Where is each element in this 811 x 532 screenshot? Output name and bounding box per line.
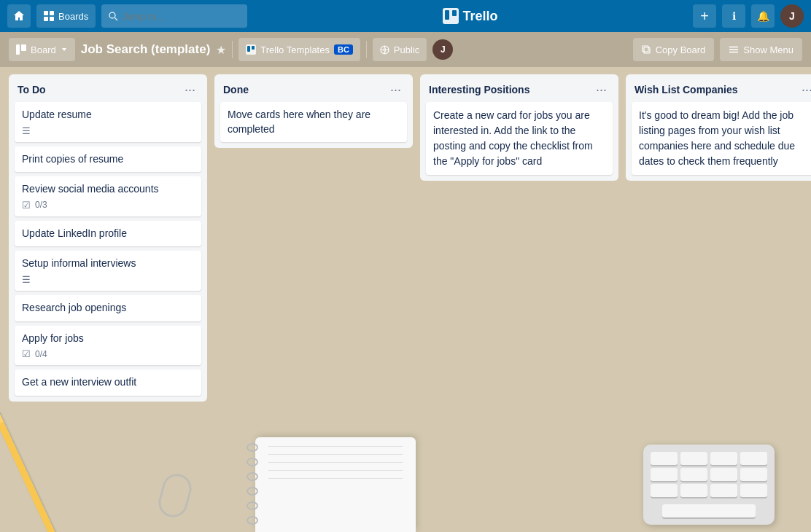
card-title: Apply for jobs (22, 332, 194, 346)
divider2 (366, 41, 367, 58)
lists-container: To Do ··· Update resume ☰ Print copies o… (0, 67, 811, 409)
board-icon (16, 44, 26, 55)
search-icon (109, 12, 118, 21)
search-box (101, 4, 247, 28)
divider (232, 41, 233, 58)
svg-rect-7 (445, 10, 449, 20)
svg-rect-9 (16, 44, 20, 55)
show-menu-label: Show Menu (743, 44, 793, 55)
avatar[interactable]: J (780, 4, 804, 28)
desc-icon: ☰ (22, 274, 31, 285)
trello-small-icon (246, 44, 256, 55)
add-button[interactable]: + (693, 4, 716, 28)
svg-rect-12 (247, 46, 250, 52)
search-input[interactable] (123, 11, 225, 22)
card-wishlist-placeholder[interactable]: It's good to dream big! Add the job list… (632, 102, 811, 175)
trello-icon (443, 8, 459, 24)
visibility-button[interactable]: Public (373, 38, 427, 61)
card-linkedin[interactable]: Update LinkedIn profile (15, 221, 201, 247)
list-title-wishlist: Wish List Companies (635, 84, 737, 95)
card-title: It's good to dream big! Add the job list… (639, 109, 795, 167)
card-apply-jobs[interactable]: Apply for jobs ☑ 0/4 (15, 326, 201, 366)
checklist-icon: ☑ (22, 348, 31, 359)
svg-rect-13 (252, 46, 255, 50)
list-title-interesting: Interesting Positions (429, 84, 529, 95)
card-title: Print copies of resume (22, 153, 123, 165)
card-title: Move cards here when they are completed (228, 109, 370, 135)
svg-rect-2 (44, 17, 48, 21)
star-icon[interactable]: ★ (216, 43, 226, 57)
list-header-todo: To Do ··· (15, 80, 201, 98)
list-todo: To Do ··· Update resume ☰ Print copies o… (9, 74, 207, 402)
member-avatar[interactable]: J (432, 39, 453, 60)
copy-board-button[interactable]: Copy Board (633, 38, 715, 61)
list-menu-done[interactable]: ··· (387, 83, 404, 96)
menu-icon (729, 44, 739, 55)
checklist-count: 0/4 (35, 349, 47, 359)
card-meta: ☰ (22, 125, 194, 136)
notifications-button[interactable]: 🔔 (751, 4, 775, 28)
list-interesting: Interesting Positions ··· Create a new c… (420, 74, 618, 181)
svg-rect-3 (50, 17, 54, 21)
card-meta: ☑ 0/4 (22, 348, 194, 359)
svg-rect-1 (50, 11, 54, 15)
list-title-todo: To Do (18, 84, 46, 95)
grid-icon (44, 11, 54, 21)
copy-icon (642, 45, 651, 55)
card-done-placeholder[interactable]: Move cards here when they are completed (220, 102, 407, 142)
globe-icon (380, 45, 389, 55)
card-title: Create a new card for jobs you are inter… (433, 109, 593, 167)
checklist-count: 0/3 (35, 200, 47, 210)
card-title: Update LinkedIn profile (22, 227, 127, 239)
svg-line-5 (115, 17, 118, 20)
logo-text: Trello (463, 9, 498, 24)
card-title: Update resume (22, 108, 194, 122)
chevron-down-icon (61, 46, 68, 53)
list-menu-interesting[interactable]: ··· (593, 83, 610, 96)
home-button[interactable] (7, 4, 31, 28)
template-badge: BC (334, 44, 353, 55)
svg-rect-8 (452, 10, 457, 16)
boards-button[interactable]: Boards (36, 4, 96, 28)
svg-rect-15 (644, 47, 650, 53)
card-update-resume[interactable]: Update resume ☰ (15, 102, 201, 142)
list-done: Done ··· Move cards here when they are c… (214, 74, 413, 148)
template-label: Trello Templates (260, 44, 330, 55)
desc-icon: ☰ (22, 125, 31, 136)
board-view-button[interactable]: Board (9, 38, 75, 61)
card-meta: ☰ (22, 274, 194, 285)
card-interviews[interactable]: Setup informal interviews ☰ (15, 251, 201, 291)
home-icon (13, 10, 25, 22)
board-header: Board Job Search (template) ★ Trello Tem… (0, 32, 811, 67)
card-title: Get a new interview outfit (22, 376, 136, 388)
list-menu-todo[interactable]: ··· (182, 83, 198, 96)
card-outfit[interactable]: Get a new interview outfit (15, 369, 201, 396)
svg-point-4 (109, 12, 115, 18)
list-wishlist: Wish List Companies ··· It's good to dre… (626, 74, 811, 181)
info-button[interactable]: ℹ (722, 4, 745, 28)
topbar: Boards Trello + ℹ 🔔 J (0, 0, 811, 32)
board-title: Job Search (template) (81, 42, 211, 57)
card-social-media[interactable]: Review social media accounts ☑ 0/3 (15, 176, 201, 216)
card-interesting-placeholder[interactable]: Create a new card for jobs you are inter… (426, 102, 613, 175)
card-title: Research job openings (22, 302, 126, 313)
board-label: Board (31, 44, 56, 55)
card-title: Setup informal interviews (22, 257, 194, 271)
list-header-done: Done ··· (220, 80, 407, 98)
copy-board-label: Copy Board (656, 44, 706, 55)
svg-rect-0 (44, 11, 48, 15)
boards-label: Boards (58, 11, 88, 22)
card-print-resume[interactable]: Print copies of resume (15, 146, 201, 173)
list-title-done: Done (223, 84, 249, 95)
show-menu-button[interactable]: Show Menu (720, 38, 802, 61)
svg-rect-10 (21, 44, 26, 51)
card-meta: ☑ 0/3 (22, 200, 194, 211)
card-research-jobs[interactable]: Research job openings (15, 295, 201, 321)
trello-templates-button[interactable]: Trello Templates BC (238, 38, 360, 61)
checklist-icon: ☑ (22, 200, 31, 211)
list-header-wishlist: Wish List Companies ··· (632, 80, 811, 98)
svg-rect-16 (643, 46, 648, 52)
list-header-interesting: Interesting Positions ··· (426, 80, 613, 98)
visibility-label: Public (394, 44, 419, 55)
list-menu-wishlist[interactable]: ··· (799, 83, 811, 96)
